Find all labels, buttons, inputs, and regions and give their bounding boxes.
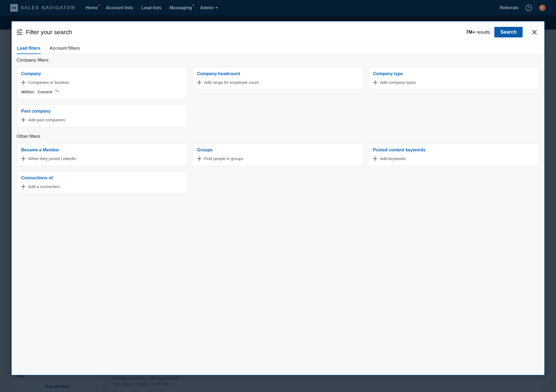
filter-title: Company (21, 71, 183, 76)
filter-title: Became a Member (21, 148, 183, 152)
chevron-down-icon (215, 7, 218, 9)
nav-admin[interactable]: Admin (200, 5, 218, 10)
filter-card-groups[interactable]: Groups Find people in groups (192, 143, 364, 166)
filter-card-company-type[interactable]: Company type Add company types (368, 67, 539, 90)
filter-title: Company type (373, 71, 535, 76)
pencil-icon (55, 90, 59, 94)
plus-icon (21, 118, 26, 122)
filter-sliders-icon (17, 29, 23, 35)
nav-messaging[interactable]: Messaging (170, 5, 192, 10)
nav-account-lists[interactable]: Account lists (106, 5, 133, 10)
filter-within[interactable]: Within: Current (21, 90, 183, 94)
top-nav: in SALES NAVIGATOR Home Account lists Le… (0, 0, 556, 15)
brand-logo[interactable]: in SALES NAVIGATOR (10, 4, 75, 12)
filter-action-add[interactable]: Add range for employee count (197, 80, 359, 85)
nav-menu: Home Account lists Lead lists Messaging … (86, 5, 218, 10)
avatar[interactable] (539, 5, 546, 11)
tab-account-filters[interactable]: Account filters (49, 43, 80, 54)
modal-body: Company filters Company Companies or boo… (12, 54, 544, 375)
filter-title: Connections of (21, 176, 183, 180)
modal-header: Filter your search 7M+ results Search (12, 21, 544, 43)
nav-lead-lists[interactable]: Lead lists (141, 5, 162, 10)
filter-action-add[interactable]: Add past companies (21, 117, 183, 122)
modal-title: Filter your search (26, 29, 72, 36)
filter-modal: Filter your search 7M+ results Search Le… (11, 21, 545, 375)
filter-title: Groups (197, 148, 359, 152)
notification-dot-icon (98, 4, 100, 6)
section-company-filters: Company filters (17, 58, 539, 63)
filter-card-past-company[interactable]: Past company Add past companies (17, 104, 188, 127)
plus-icon (197, 80, 201, 85)
filter-action-add[interactable]: When they joined LinkedIn (21, 156, 183, 161)
result-count: 7M+ results (466, 30, 490, 35)
nav-referrals[interactable]: Referrals (500, 5, 519, 10)
filter-card-became-member[interactable]: Became a Member When they joined LinkedI… (17, 143, 188, 166)
notification-dot-icon (192, 4, 194, 6)
plus-icon (21, 184, 26, 189)
modal-tabs: Lead filters Account filters (12, 43, 544, 54)
filter-action-add[interactable]: Add a connection (21, 184, 183, 189)
close-icon[interactable] (531, 29, 537, 35)
filter-action-add[interactable]: Add company types (373, 80, 535, 85)
filter-card-company[interactable]: Company Companies or boolean Within: Cur… (17, 67, 188, 99)
help-icon[interactable]: ? (526, 5, 532, 11)
filter-card-posted-content-keywords[interactable]: Posted content keywords Add keywords (368, 143, 539, 166)
plus-icon (373, 157, 377, 161)
linkedin-in-icon: in (10, 4, 18, 12)
filter-card-connections-of[interactable]: Connections of Add a connection (17, 171, 188, 194)
filter-action-add[interactable]: Add keywords (373, 156, 535, 161)
section-other-filters: Other filters (17, 134, 539, 139)
plus-icon (21, 157, 26, 161)
filter-action-add[interactable]: Find people in groups (197, 156, 359, 161)
filter-card-company-headcount[interactable]: Company headcount Add range for employee… (192, 67, 364, 90)
search-button[interactable]: Search (494, 27, 523, 37)
plus-icon (197, 157, 201, 161)
plus-icon (373, 80, 377, 85)
plus-icon (21, 80, 26, 85)
nav-home[interactable]: Home (86, 5, 98, 10)
brand-text: SALES NAVIGATOR (21, 5, 75, 11)
filter-action-add[interactable]: Companies or boolean (21, 80, 183, 85)
filter-title: Company headcount (197, 71, 359, 76)
filter-title: Past company (21, 109, 183, 114)
tab-lead-filters[interactable]: Lead filters (17, 43, 41, 54)
filter-title: Posted content keywords (373, 148, 535, 152)
